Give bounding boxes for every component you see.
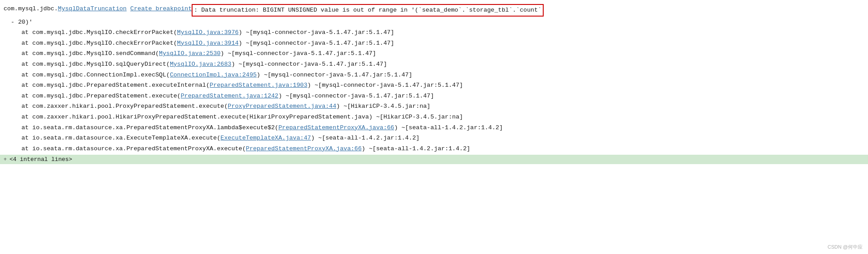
stack-text-13: at io.seata.rm.datasource.xa.PreparedSta…: [21, 144, 246, 154]
mysql-data-truncation-link[interactable]: MysqlDataTruncation: [58, 4, 127, 14]
stack-text-9: at com.zaxxer.hikari.pool.ProxyPreparedS…: [21, 102, 228, 111]
console-container: com.mysql.jdbc.MysqlDataTruncation Creat…: [0, 0, 868, 254]
mysqlio-3914-link[interactable]: MysqlIO.java:3914: [177, 38, 239, 48]
stack-line-9: at com.zaxxer.hikari.pool.ProxyPreparedS…: [0, 101, 868, 112]
stack-suffix-9: ) ~[HikariCP-3.4.5.jar:na]: [336, 102, 431, 111]
indent-space: [4, 144, 21, 154]
stack-line-10: at com.zaxxer.hikari.pool.HikariProxyPre…: [0, 112, 868, 123]
prefix-text: com.mysql.jdbc.: [4, 4, 58, 14]
stack-text-10: at com.zaxxer.hikari.pool.HikariProxyPre…: [21, 112, 463, 122]
internal-lines-text: <4 internal lines>: [9, 156, 72, 163]
stack-text-3: at com.mysql.jdbc.MysqlIO.checkErrorPack…: [21, 38, 177, 48]
indent-space: [4, 38, 21, 48]
space-text: [126, 4, 130, 14]
stack-text-7: at com.mysql.jdbc.PreparedStatement.exec…: [21, 80, 210, 90]
stack-text-5: at com.mysql.jdbc.MysqlIO.sqlQueryDirect…: [21, 59, 170, 69]
indent-space: [4, 102, 21, 111]
internal-lines-bar[interactable]: + <4 internal lines>: [0, 155, 868, 164]
indent-space: [4, 133, 21, 143]
indent-space: [4, 80, 21, 90]
error-line-1: com.mysql.jdbc.MysqlDataTruncation Creat…: [0, 4, 868, 17]
stack-text-12: at io.seata.rm.datasource.xa.ExecuteTemp…: [21, 133, 221, 143]
stack-text-6: at com.mysql.jdbc.ConnectionImpl.execSQL…: [21, 70, 170, 80]
preparedstatement-1903-link[interactable]: PreparedStatement.java:1903: [210, 80, 307, 90]
stack-line-12: at io.seata.rm.datasource.xa.ExecuteTemp…: [0, 133, 868, 144]
stack-line-3: at com.mysql.jdbc.MysqlIO.checkErrorPack…: [0, 38, 868, 49]
preparedstatement-1242-link[interactable]: PreparedStatement.java:1242: [180, 91, 278, 101]
stack-line-4: at com.mysql.jdbc.MysqlIO.sendCommand(My…: [0, 48, 868, 59]
stack-line-11: at io.seata.rm.datasource.xa.PreparedSta…: [0, 123, 868, 133]
stack-line-2: at com.mysql.jdbc.MysqlIO.checkErrorPack…: [0, 27, 868, 38]
proxypreparedstatement-44-link[interactable]: ProxyPreparedStatement.java:44: [228, 102, 336, 111]
stack-text-8: at com.mysql.jdbc.PreparedStatement.exec…: [21, 91, 180, 101]
executetemplate-47-link[interactable]: ExecuteTemplateXA.java:47: [221, 133, 311, 143]
stack-suffix-8: ) ~[mysql-connector-java-5.1.47.jar:5.1.…: [278, 91, 434, 101]
stack-text-2: at com.mysql.jdbc.MysqlIO.checkErrorPack…: [21, 28, 177, 38]
preparedstatementproxyxa-66a-link[interactable]: PreparedStatementProxyXA.java:66: [278, 123, 394, 133]
mysqlio-2530-link[interactable]: MysqlIO.java:2530: [159, 49, 221, 59]
stack-line-7: at com.mysql.jdbc.PreparedStatement.exec…: [0, 80, 868, 91]
indent-space: [4, 70, 21, 80]
stack-line-5: at com.mysql.jdbc.MysqlIO.sqlQueryDirect…: [0, 59, 868, 70]
mysqlio-3976-link[interactable]: MysqlIO.java:3976: [177, 28, 239, 38]
stack-suffix-12: ) ~[seata-all-1.4.2.jar:1.4.2]: [311, 133, 419, 143]
continuation-text: - 20)': [4, 17, 33, 27]
indent-space: [4, 112, 21, 122]
stack-suffix-2: ) ~[mysql-connector-java-5.1.47.jar:5.1.…: [239, 28, 394, 38]
indent-space: [4, 91, 21, 101]
stack-suffix-5: ) ~[mysql-connector-java-5.1.47.jar:5.1.…: [231, 59, 387, 69]
stack-suffix-13: ) ~[seata-all-1.4.2.jar:1.4.2]: [362, 144, 470, 154]
error-line-1b: - 20)': [0, 17, 868, 28]
indent-space: [4, 123, 21, 133]
stack-text-11: at io.seata.rm.datasource.xa.PreparedSta…: [21, 123, 278, 133]
mysqlio-2683-link[interactable]: MysqlIO.java:2683: [170, 59, 231, 69]
create-breakpoint-link[interactable]: Create breakpoint: [130, 4, 192, 14]
stack-line-13: at io.seata.rm.datasource.xa.PreparedSta…: [0, 144, 868, 154]
watermark-text: CSDN @何中应: [828, 244, 863, 250]
expand-icon: +: [4, 157, 7, 163]
stack-suffix-6: ) ~[mysql-connector-java-5.1.47.jar:5.1.…: [257, 70, 412, 80]
stack-line-8: at com.mysql.jdbc.PreparedStatement.exec…: [0, 91, 868, 102]
connectionimpl-2495-link[interactable]: ConnectionImpl.java:2495: [170, 70, 256, 80]
stack-text-4: at com.mysql.jdbc.MysqlIO.sendCommand(: [21, 49, 159, 59]
preparedstatementproxyxa-66b-link[interactable]: PreparedStatementProxyXA.java:66: [246, 144, 361, 154]
stack-suffix-7: ) ~[mysql-connector-java-5.1.47.jar:5.1.…: [307, 80, 463, 90]
indent-space: [4, 28, 21, 38]
stack-line-6: at com.mysql.jdbc.ConnectionImpl.execSQL…: [0, 70, 868, 80]
indent-space: [4, 49, 21, 59]
stack-suffix-11: ) ~[seata-all-1.4.2.jar:1.4.2]: [394, 123, 503, 133]
stack-suffix-3: ) ~[mysql-connector-java-5.1.47.jar:5.1.…: [239, 38, 394, 48]
error-message-boxed: : Data truncation: BIGINT UNSIGNED value…: [192, 4, 544, 17]
stack-suffix-4: ) ~[mysql-connector-java-5.1.47.jar:5.1.…: [221, 49, 376, 59]
indent-space: [4, 59, 21, 69]
